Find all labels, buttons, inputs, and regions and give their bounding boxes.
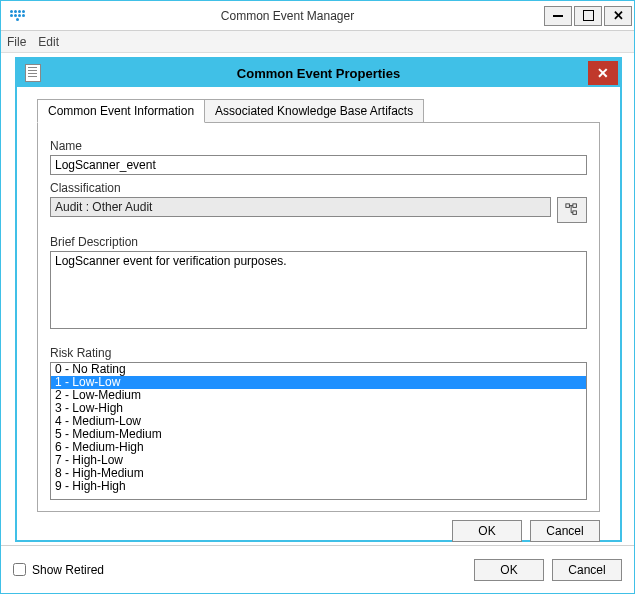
outer-window-title: Common Event Manager xyxy=(33,9,542,23)
list-item[interactable]: 9 - High-High xyxy=(51,480,586,493)
outer-cancel-button[interactable]: Cancel xyxy=(552,559,622,581)
list-item[interactable]: 2 - Low-Medium xyxy=(51,389,586,402)
dialog-titlebar: Common Event Properties ✕ xyxy=(17,59,620,87)
dialog-close-button[interactable]: ✕ xyxy=(588,61,618,85)
risk-rating-label: Risk Rating xyxy=(50,346,587,360)
dialog-ok-button[interactable]: OK xyxy=(452,520,522,542)
svg-rect-2 xyxy=(573,211,577,215)
tab-knowledge-base[interactable]: Associated Knowledge Base Artifacts xyxy=(204,99,424,123)
risk-rating-listbox[interactable]: 0 - No Rating1 - Low-Low2 - Low-Medium3 … xyxy=(50,362,587,500)
dialog-cancel-button[interactable]: Cancel xyxy=(530,520,600,542)
document-icon xyxy=(25,64,41,82)
tab-common-event-info[interactable]: Common Event Information xyxy=(37,99,205,123)
list-item[interactable]: 0 - No Rating xyxy=(51,363,586,376)
dialog-title: Common Event Properties xyxy=(49,66,588,81)
outer-ok-button[interactable]: OK xyxy=(474,559,544,581)
svg-rect-1 xyxy=(573,204,577,208)
svg-rect-0 xyxy=(566,204,570,208)
tab-panel: Name Classification Brief Description xyxy=(37,122,600,512)
minimize-button[interactable] xyxy=(544,6,572,26)
tab-strip: Common Event Information Associated Know… xyxy=(37,99,620,123)
close-button[interactable]: ✕ xyxy=(604,6,632,26)
window-controls: ✕ xyxy=(542,6,632,26)
classification-label: Classification xyxy=(50,181,587,195)
brief-description-textarea[interactable] xyxy=(50,251,587,329)
list-item[interactable]: 8 - High-Medium xyxy=(51,467,586,480)
show-retired-label: Show Retired xyxy=(32,563,104,577)
classification-picker-button[interactable] xyxy=(557,197,587,223)
outer-window: Common Event Manager ✕ File Edit Common … xyxy=(0,0,635,594)
properties-dialog: Common Event Properties ✕ Common Event I… xyxy=(15,57,622,542)
show-retired-checkbox[interactable] xyxy=(13,563,26,576)
name-input[interactable] xyxy=(50,155,587,175)
name-label: Name xyxy=(50,139,587,153)
show-retired-checkbox-wrap[interactable]: Show Retired xyxy=(13,563,104,577)
outer-bottom-bar: Show Retired OK Cancel xyxy=(1,545,634,593)
list-item[interactable]: 6 - Medium-High xyxy=(51,441,586,454)
brief-description-label: Brief Description xyxy=(50,235,587,249)
menu-file[interactable]: File xyxy=(7,35,26,49)
outer-titlebar: Common Event Manager ✕ xyxy=(1,1,634,31)
tree-picker-icon xyxy=(565,203,579,217)
menubar: File Edit xyxy=(1,31,634,53)
menu-edit[interactable]: Edit xyxy=(38,35,59,49)
maximize-button[interactable] xyxy=(574,6,602,26)
dialog-button-row: OK Cancel xyxy=(17,512,620,542)
classification-input[interactable] xyxy=(50,197,551,217)
app-icon xyxy=(9,8,25,24)
